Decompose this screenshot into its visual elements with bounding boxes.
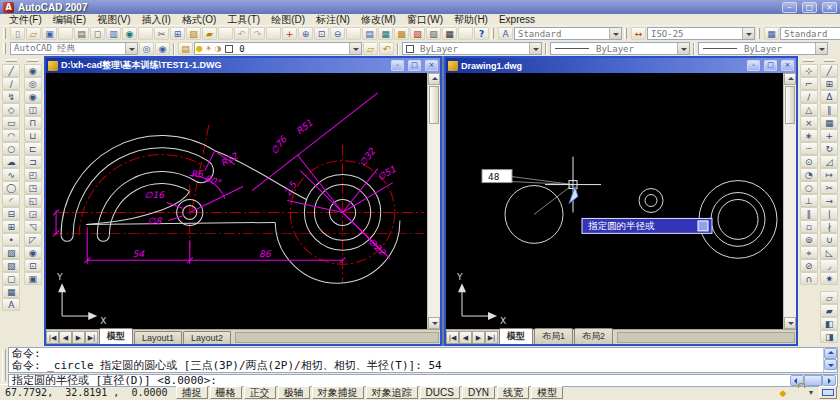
- command-window-grip[interactable]: [2, 349, 6, 381]
- linetype-combo[interactable]: ByLayer: [550, 42, 690, 55]
- left-drawing[interactable]: R51 ∅76 ∅32 ∅51 ∅22 2.5 ∅16 ∅8 80° R12 R…: [46, 73, 427, 329]
- chevron-down-icon[interactable]: [529, 43, 541, 54]
- properties-icon[interactable]: ▤: [362, 27, 377, 40]
- snap-insert-icon[interactable]: ▫: [800, 220, 818, 233]
- menu-express[interactable]: Express: [494, 14, 540, 25]
- tab-model[interactable]: 模型: [499, 328, 533, 344]
- scroll-right-icon[interactable]: [822, 375, 836, 386]
- close-button[interactable]: ×: [781, 60, 794, 71]
- toolbar-grip[interactable]: [491, 28, 494, 39]
- join-icon[interactable]: ∪: [820, 233, 838, 246]
- tab-next-button[interactable]: ▶: [472, 331, 485, 344]
- copy-icon[interactable]: ⊞: [170, 27, 185, 40]
- text-style-combo[interactable]: Standard: [514, 27, 622, 40]
- zoom-realtime-icon[interactable]: ⊕: [298, 27, 313, 40]
- scroll-down-icon[interactable]: [428, 317, 440, 329]
- my-workspace-icon[interactable]: ◉: [155, 42, 170, 55]
- chevron-down-icon[interactable]: [349, 43, 361, 54]
- pan-icon[interactable]: +: [282, 27, 297, 40]
- maximize-button[interactable]: □: [802, 2, 817, 13]
- construction-line-icon[interactable]: ∕: [2, 77, 20, 90]
- snap-intersection-icon[interactable]: ×: [800, 116, 818, 129]
- mirror-icon[interactable]: Δ: [820, 90, 838, 103]
- tab-last-button[interactable]: ▶|: [85, 331, 98, 344]
- separator[interactable]: [138, 27, 153, 40]
- layer-on-icon[interactable]: ●: [196, 43, 203, 54]
- snap-center-icon[interactable]: ⊙: [800, 155, 818, 168]
- layer-combo[interactable]: ●☀◑ 0: [194, 42, 362, 55]
- region-icon[interactable]: ▢: [2, 272, 20, 285]
- lwt-toggle[interactable]: 线宽: [497, 386, 529, 399]
- workspace-settings-icon[interactable]: ◎: [139, 42, 154, 55]
- view-icon-b[interactable]: ◎: [24, 77, 42, 90]
- separator[interactable]: [346, 27, 361, 40]
- send-to-back-icon[interactable]: ▰: [820, 304, 838, 317]
- toolbar-grip[interactable]: [6, 59, 17, 62]
- snap-tangent-icon[interactable]: ○: [800, 181, 818, 194]
- snap-endpoint-icon[interactable]: ∕: [800, 90, 818, 103]
- spline-icon[interactable]: ∿: [2, 168, 20, 181]
- fillet-icon[interactable]: ◞: [820, 259, 838, 272]
- horizontal-scrollbar[interactable]: [617, 332, 795, 343]
- tab-prev-button[interactable]: ◀: [59, 331, 72, 344]
- circle-icon[interactable]: ○: [2, 142, 20, 155]
- left-drawing-canvas[interactable]: R51 ∅76 ∅32 ∅51 ∅22 2.5 ∅16 ∅8 80° R12 R…: [46, 73, 427, 329]
- fly-icon[interactable]: ▣: [24, 272, 42, 285]
- ducs-toggle[interactable]: DUCS: [420, 386, 460, 399]
- help-icon[interactable]: ?: [474, 27, 489, 40]
- se-isometric-icon[interactable]: ◲: [24, 207, 42, 220]
- snap-nearest-icon[interactable]: ⌖: [800, 246, 818, 259]
- tab-layout2[interactable]: Layout2: [183, 331, 231, 344]
- point-icon[interactable]: •: [2, 233, 20, 246]
- new-file-icon[interactable]: ▯: [10, 27, 25, 40]
- menu-window[interactable]: 窗口(W): [402, 13, 448, 27]
- line-icon[interactable]: ╱: [2, 64, 20, 77]
- rotate-icon[interactable]: ↻: [820, 142, 838, 155]
- right-view-icon[interactable]: ⊐: [24, 155, 42, 168]
- scrollbar-thumb[interactable]: [804, 375, 822, 386]
- quickcalc-icon[interactable]: ▦: [442, 27, 457, 40]
- tab-layout1[interactable]: Layout1: [134, 331, 182, 344]
- make-block-icon[interactable]: ⊞: [2, 220, 20, 233]
- separator[interactable]: [458, 27, 473, 40]
- minimize-button[interactable]: –: [747, 60, 760, 71]
- bring-above-icon[interactable]: ◧: [820, 317, 838, 330]
- layer-freeze-icon[interactable]: ☀: [205, 43, 212, 54]
- snap-toggle[interactable]: 捕捉: [176, 386, 208, 399]
- minimize-button[interactable]: –: [391, 60, 404, 71]
- model-toggle[interactable]: 模型: [531, 386, 563, 399]
- revision-cloud-icon[interactable]: ☁: [2, 155, 20, 168]
- walk-icon[interactable]: ⊡: [24, 259, 42, 272]
- web-icon[interactable]: ◉: [122, 27, 137, 40]
- otrack-toggle[interactable]: 对象追踪: [366, 386, 418, 399]
- layer-properties-manager-icon[interactable]: ▤: [178, 42, 193, 55]
- insert-block-icon[interactable]: ⊟: [2, 207, 20, 220]
- bring-to-front-icon[interactable]: ▱: [820, 291, 838, 304]
- text-style-icon[interactable]: A: [498, 27, 513, 40]
- snap-parallel-icon[interactable]: ∥: [800, 207, 818, 220]
- dyn-toggle[interactable]: DYN: [462, 386, 495, 399]
- rectangle-icon[interactable]: ▭: [2, 116, 20, 129]
- coordinates-readout[interactable]: 67.7792, 32.8191 , 0.0000: [3, 387, 174, 398]
- table-icon[interactable]: ▦: [2, 285, 20, 298]
- scroll-up-icon[interactable]: [428, 73, 440, 85]
- menu-modify[interactable]: 修改(M): [356, 13, 401, 27]
- tab-layout1-cn[interactable]: 布局1: [534, 328, 573, 344]
- view-icon-a[interactable]: ◉: [24, 64, 42, 77]
- dim-style-icon[interactable]: ↔: [631, 27, 646, 40]
- tab-layout2-cn[interactable]: 布局2: [574, 328, 613, 344]
- make-object-layer-current-icon[interactable]: ▱: [363, 42, 378, 55]
- extend-icon[interactable]: →: [820, 194, 838, 207]
- command-history[interactable]: 命令:命令: _circle 指定圆的圆心或 [三点(3P)/两点(2P)/相切…: [8, 347, 838, 373]
- clean-screen-button[interactable]: [819, 386, 837, 399]
- tool-palettes-icon[interactable]: ▩: [394, 27, 409, 40]
- lock-icon[interactable]: [791, 387, 803, 399]
- vertical-scrollbar[interactable]: [783, 73, 796, 329]
- communication-center-icon[interactable]: ◆: [777, 387, 789, 399]
- layer-previous-icon[interactable]: ↶: [379, 42, 394, 55]
- paste-icon[interactable]: ▨: [186, 27, 201, 40]
- publish-icon[interactable]: ▥: [106, 27, 121, 40]
- horizontal-scrollbar[interactable]: [235, 332, 439, 343]
- minimize-button[interactable]: –: [782, 2, 797, 13]
- ellipse-icon[interactable]: ◯: [2, 181, 20, 194]
